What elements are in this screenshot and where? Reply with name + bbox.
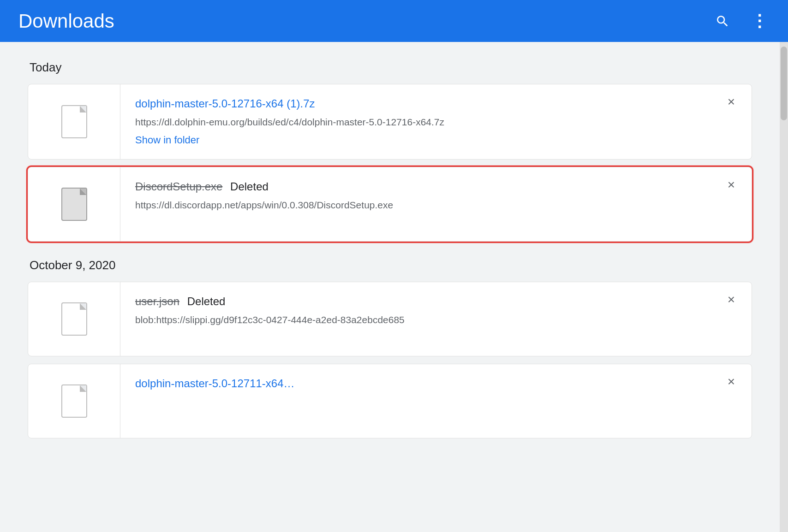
download-card-discord: DiscordSetup.exe Deleted https://dl.disc… xyxy=(28,167,752,242)
main-content: Today dolphin-master-5.0-12716-x64 (1).7… xyxy=(0,42,780,532)
card-url-userjson: blob:https://slippi.gg/d9f12c3c-0427-444… xyxy=(135,314,737,325)
card-filename-dolphin2[interactable]: dolphin-master-5.0-12711-x64… xyxy=(135,377,737,390)
close-button-dolphin2[interactable]: × xyxy=(722,372,740,391)
file-icon-discord xyxy=(61,188,87,221)
section-october9: October 9, 2020 user.json Deleted blob:h… xyxy=(28,258,752,438)
close-button-dolphin[interactable]: × xyxy=(722,93,740,111)
card-url-discord: https://dl.discordapp.net/apps/win/0.0.3… xyxy=(135,200,737,211)
file-icon-userjson xyxy=(61,302,87,336)
card-details-userjson: user.json Deleted blob:https://slippi.gg… xyxy=(120,282,752,356)
download-card-userjson: user.json Deleted blob:https://slippi.gg… xyxy=(28,282,752,356)
card-url-dolphin: https://dl.dolphin-emu.org/builds/ed/c4/… xyxy=(135,117,737,128)
card-icon-area-discord xyxy=(28,167,120,241)
page-title: Downloads xyxy=(18,10,712,32)
more-dots-icon: ⋮ xyxy=(751,12,768,31)
userjson-filename-text: user.json xyxy=(135,295,179,307)
discord-filename-text: DiscordSetup.exe xyxy=(135,180,222,193)
show-in-folder-dolphin[interactable]: Show in folder xyxy=(135,134,737,146)
card-details-discord: DiscordSetup.exe Deleted https://dl.disc… xyxy=(120,167,752,241)
card-icon-area-dolphin xyxy=(28,84,120,159)
close-button-discord[interactable]: × xyxy=(722,176,740,194)
scrollbar-thumb[interactable] xyxy=(781,47,787,120)
card-details-dolphin2: dolphin-master-5.0-12711-x64… xyxy=(120,364,752,438)
download-card-dolphin2: dolphin-master-5.0-12711-x64… × xyxy=(28,364,752,438)
section-today: Today dolphin-master-5.0-12716-x64 (1).7… xyxy=(28,60,752,242)
file-icon-dolphin xyxy=(61,105,87,138)
header: Downloads ⋮ xyxy=(0,0,788,42)
search-icon xyxy=(715,14,730,29)
card-details-dolphin: dolphin-master-5.0-12716-x64 (1).7z http… xyxy=(120,84,752,159)
section-heading-today: Today xyxy=(30,60,752,75)
card-filename-dolphin[interactable]: dolphin-master-5.0-12716-x64 (1).7z xyxy=(135,97,737,110)
file-icon-dolphin2 xyxy=(61,384,87,418)
download-card-dolphin: dolphin-master-5.0-12716-x64 (1).7z http… xyxy=(28,84,752,160)
card-icon-area-userjson xyxy=(28,282,120,356)
card-filename-discord: DiscordSetup.exe Deleted xyxy=(135,180,737,193)
card-icon-area-dolphin2 xyxy=(28,364,120,438)
scrollbar[interactable] xyxy=(780,42,788,532)
section-heading-october9: October 9, 2020 xyxy=(30,258,752,272)
userjson-deleted-label: Deleted xyxy=(187,295,226,307)
content-wrapper: Today dolphin-master-5.0-12716-x64 (1).7… xyxy=(0,42,788,532)
close-button-userjson[interactable]: × xyxy=(722,290,740,309)
header-actions: ⋮ xyxy=(712,11,770,31)
more-options-button[interactable]: ⋮ xyxy=(749,11,770,31)
card-filename-userjson: user.json Deleted xyxy=(135,295,737,308)
discord-deleted-label: Deleted xyxy=(230,180,269,193)
search-button[interactable] xyxy=(712,11,733,31)
